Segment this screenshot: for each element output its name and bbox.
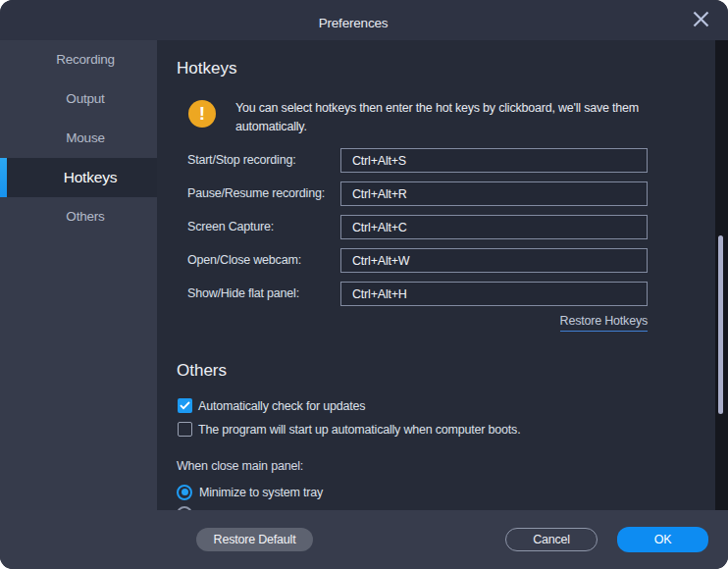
radio-dot (182, 489, 188, 495)
notice-line-1: You can select hotkeys then enter the ho… (235, 99, 687, 118)
warning-icon: ! (188, 100, 216, 128)
hotkey-label: Show/Hide flat panel: (187, 282, 299, 306)
hotkeys-section-heading: Hotkeys (177, 57, 236, 80)
sidebar-item-label: Mouse (66, 130, 105, 145)
radio-selected-icon[interactable] (177, 485, 192, 500)
scrollbar-track[interactable] (715, 40, 728, 510)
cancel-button[interactable]: Cancel (505, 528, 598, 551)
content-panel: Hotkeys ! You can select hotkeys then en… (157, 40, 715, 510)
checkbox-label: Automatically check for updates (198, 399, 365, 413)
sidebar-item-label: Output (66, 91, 104, 106)
others-section-heading: Others (177, 359, 227, 383)
sidebar-item-recording[interactable]: Recording (0, 40, 157, 79)
titlebar: Preferences (0, 0, 728, 40)
footer-bar: Restore Default Cancel OK (0, 510, 728, 569)
radio-row-minimize-to-tray[interactable]: Minimize to system tray (177, 484, 323, 500)
checkbox-row-start-on-boot[interactable]: The program will start up automatically … (178, 421, 520, 438)
hotkey-input-start-stop[interactable] (340, 148, 648, 173)
hotkey-input-pause-resume[interactable] (340, 181, 648, 206)
checkbox-label: The program will start up automatically … (198, 423, 520, 437)
hotkey-label: Pause/Resume recording: (187, 181, 325, 206)
sidebar-item-output[interactable]: Output (0, 79, 157, 119)
hotkey-row-webcam: Open/Close webcam: (157, 248, 715, 273)
check-icon (180, 401, 190, 410)
sidebar-item-hotkeys[interactable]: Hotkeys (0, 158, 157, 197)
notice-line-2: automatically. (235, 118, 687, 136)
hotkey-label: Open/Close webcam: (187, 248, 301, 273)
close-button[interactable] (688, 6, 713, 31)
checkbox-checked-icon[interactable] (178, 398, 192, 413)
preferences-dialog: Preferences Recording Output Mouse Hotke… (0, 0, 728, 569)
hotkey-row-screen-capture: Screen Capture: (157, 215, 715, 239)
hotkeys-notice-text: You can select hotkeys then enter the ho… (235, 99, 687, 136)
hotkey-row-start-stop: Start/Stop recording: (157, 148, 715, 173)
sidebar-item-label: Recording (56, 52, 115, 67)
checkbox-unchecked-icon[interactable] (178, 422, 192, 437)
sidebar: Recording Output Mouse Hotkeys Others (0, 40, 157, 510)
window-title: Preferences (0, 0, 706, 40)
close-icon (693, 11, 709, 27)
when-close-label: When close main panel: (177, 458, 303, 474)
sidebar-item-label: Hotkeys (64, 169, 118, 185)
hotkey-input-webcam[interactable] (340, 248, 648, 273)
sidebar-item-others[interactable]: Others (0, 197, 157, 236)
hotkey-input-flat-panel[interactable] (340, 282, 648, 306)
checkbox-row-check-updates[interactable]: Automatically check for updates (178, 397, 365, 414)
hotkey-label: Screen Capture: (187, 215, 274, 239)
restore-default-button[interactable]: Restore Default (196, 528, 313, 551)
restore-hotkeys-link[interactable]: Restore Hotkeys (560, 314, 648, 332)
hotkey-row-flat-panel: Show/Hide flat panel: (157, 282, 715, 306)
hotkey-input-screen-capture[interactable] (340, 215, 648, 239)
selected-accent-bar (0, 158, 7, 197)
hotkey-row-pause-resume: Pause/Resume recording: (157, 181, 715, 206)
hotkey-label: Start/Stop recording: (187, 148, 295, 173)
radio-label: Minimize to system tray (199, 486, 323, 499)
sidebar-item-label: Others (66, 209, 104, 224)
ok-button[interactable]: OK (617, 527, 708, 552)
scrollbar-thumb[interactable] (718, 235, 723, 414)
sidebar-item-mouse[interactable]: Mouse (0, 119, 157, 158)
